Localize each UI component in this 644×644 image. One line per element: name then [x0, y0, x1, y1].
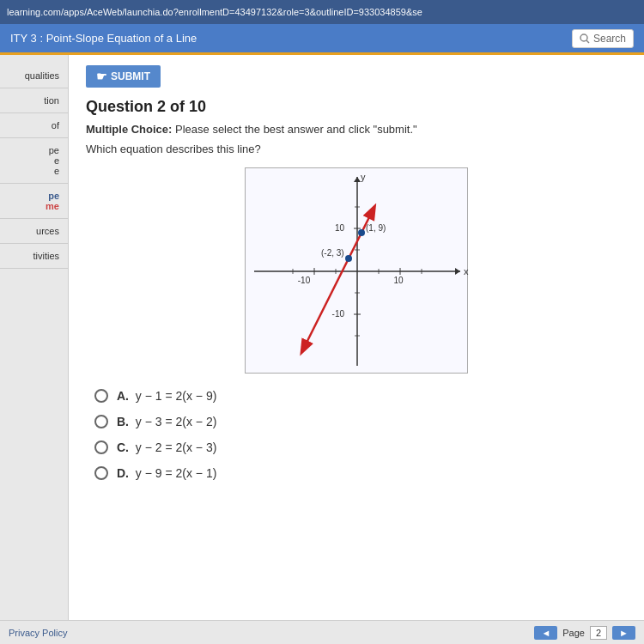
page-label: Page: [562, 628, 585, 638]
tick-neg10-x: -10: [298, 276, 311, 285]
app-title: ITY 3 : Point-Slope Equation of a Line: [10, 32, 197, 45]
page-number: 2: [590, 626, 607, 640]
question-instruction: Multiple Choice: Please select the best …: [86, 123, 627, 136]
choice-C[interactable]: C. y − 2 = 2(x − 3): [94, 440, 627, 454]
choice-C-label: C. y − 2 = 2(x − 3): [117, 440, 216, 454]
choice-A-label: A. y − 1 = 2(x − 9): [117, 389, 216, 403]
tick-pos10-y: 10: [335, 223, 345, 233]
choice-B[interactable]: B. y − 3 = 2(x − 2): [94, 415, 627, 428]
graph-svg: x y -10 10 10 -10: [246, 168, 469, 374]
label-1-9: (1, 9): [366, 223, 386, 233]
svg-point-0: [580, 34, 587, 41]
submit-label: SUBMIT: [111, 70, 150, 82]
cursor-icon: ☛: [96, 70, 107, 83]
svg-marker-5: [354, 177, 361, 182]
submit-button[interactable]: ☛ SUBMIT: [86, 65, 161, 88]
question-text: Which equation describes this line?: [86, 143, 627, 155]
choice-B-label: B. y − 3 = 2(x − 2): [117, 415, 216, 428]
choice-A[interactable]: A. y − 1 = 2(x − 9): [94, 389, 627, 403]
radio-B[interactable]: [94, 415, 108, 428]
choice-D-label: D. y − 9 = 2(x − 1): [117, 466, 216, 480]
point-minus2-3: [345, 255, 352, 262]
answer-choices: A. y − 1 = 2(x − 9) B. y − 3 = 2(x − 2) …: [94, 389, 627, 480]
choice-D[interactable]: D. y − 9 = 2(x − 1): [94, 466, 627, 480]
browser-url: learning.com/apps/AceWeb/launchia.do?enr…: [7, 7, 422, 17]
privacy-policy-link[interactable]: Privacy Policy: [9, 628, 67, 638]
sidebar: qualities tion of peee peme urces tiviti…: [0, 55, 69, 644]
sidebar-item-of[interactable]: of: [0, 113, 68, 138]
search-label: Search: [593, 33, 626, 45]
question-title: Question 2 of 10: [86, 98, 627, 116]
sidebar-item-tion[interactable]: tion: [0, 88, 68, 113]
app-header: ITY 3 : Point-Slope Equation of a Line S…: [0, 24, 644, 55]
radio-A[interactable]: [94, 389, 108, 403]
point-1-9: [358, 229, 365, 236]
bottom-bar: Privacy Policy ◄ Page 2 ►: [0, 620, 644, 644]
tick-pos10-x: 10: [393, 276, 404, 285]
main-layout: qualities tion of peee peme urces tiviti…: [0, 55, 644, 644]
sidebar-item-urces[interactable]: urces: [0, 219, 68, 244]
page-nav: ◄ Page 2 ►: [534, 626, 635, 640]
radio-C[interactable]: [94, 440, 108, 454]
tick-neg10-y: -10: [332, 309, 345, 319]
radio-D[interactable]: [94, 466, 108, 480]
graph-container: x y -10 10 10 -10: [86, 167, 627, 374]
content-area: ☛ SUBMIT Question 2 of 10 Multiple Choic…: [69, 55, 644, 644]
graph-box: x y -10 10 10 -10: [245, 167, 468, 374]
prev-page-button[interactable]: ◄: [534, 626, 557, 640]
browser-bar: learning.com/apps/AceWeb/launchia.do?enr…: [0, 0, 644, 24]
sidebar-item-pe2[interactable]: peme: [0, 184, 68, 219]
label-minus2-3: (-2, 3): [321, 248, 344, 258]
next-page-button[interactable]: ►: [612, 626, 635, 640]
x-axis-label: x: [464, 266, 469, 276]
sidebar-item-tivities[interactable]: tivities: [0, 244, 68, 269]
sidebar-item-pe1[interactable]: peee: [0, 138, 68, 184]
svg-line-1: [586, 40, 589, 43]
search-bar[interactable]: Search: [572, 29, 634, 48]
svg-marker-4: [455, 268, 460, 275]
sidebar-item-qualities[interactable]: qualities: [0, 64, 68, 88]
y-axis-label: y: [361, 172, 366, 182]
search-icon: [580, 33, 590, 44]
